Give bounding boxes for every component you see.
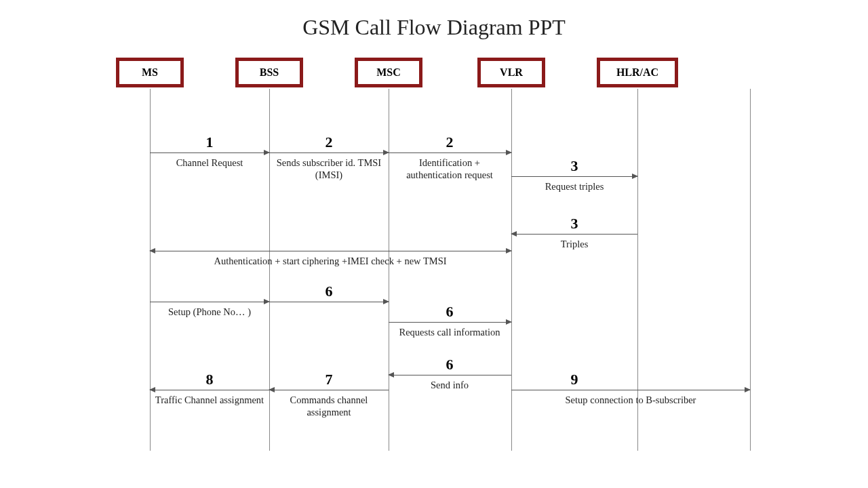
step-number-7: 7 — [326, 371, 333, 388]
arrow-subscriber-id — [269, 152, 389, 153]
step-number-6a: 6 — [326, 283, 333, 300]
sequence-diagram: MS BSS MSC VLR HLR/AC 1 Channel Request … — [0, 58, 868, 478]
lifeline-vlr — [511, 58, 512, 451]
arrow-forward-setup — [269, 302, 389, 302]
label-setup-phone: Setup (Phone No… ) — [152, 306, 267, 318]
arrow-id-auth-request — [389, 152, 511, 153]
actor-vlr: VLR — [477, 58, 545, 87]
step-number-3b: 3 — [571, 215, 578, 232]
step-number-3a: 3 — [571, 157, 578, 175]
step-number-9: 9 — [571, 371, 578, 388]
lifeline-msc — [389, 58, 389, 451]
label-commands-channel: Commands channel assignment — [268, 394, 390, 418]
label-request-call-info: Requests call information — [392, 326, 507, 338]
arrow-auth-ciphering — [150, 251, 511, 251]
label-channel-request: Channel Request — [155, 157, 264, 169]
step-number-8: 8 — [206, 371, 214, 388]
label-traffic-channel: Traffic Channel assignment — [152, 394, 267, 406]
page-title: GSM Call Flow Diagram PPT — [0, 15, 868, 40]
step-number-6c: 6 — [446, 356, 454, 373]
arrow-triples — [511, 234, 637, 235]
arrow-commands-channel — [269, 390, 389, 390]
arrow-request-call-info — [389, 322, 511, 323]
arrow-request-triples — [511, 176, 637, 177]
actor-ms: MS — [116, 58, 184, 87]
label-send-info: Send info — [392, 379, 507, 391]
step-number-1: 1 — [206, 134, 214, 151]
label-subscriber-id: Sends subscriber id. TMSI (IMSI) — [271, 157, 387, 181]
lifeline-hlrac — [637, 58, 638, 451]
label-triples: Triples — [517, 238, 632, 250]
actor-bss: BSS — [235, 58, 303, 87]
arrow-channel-request — [150, 152, 269, 153]
arrow-traffic-channel — [150, 390, 269, 390]
arrow-setup-b-subscriber — [511, 390, 750, 390]
label-setup-b-subscriber: Setup connection to B-subscriber — [519, 394, 743, 406]
label-id-auth-request: Identification + authentication request — [391, 157, 509, 181]
label-request-triples: Request triples — [517, 180, 632, 192]
actor-msc: MSC — [355, 58, 422, 87]
actor-hlrac: HLR/AC — [597, 58, 678, 87]
step-number-2b: 2 — [446, 134, 454, 151]
arrow-setup-phone — [150, 302, 269, 302]
label-auth-ciphering: Authentication + start ciphering +IMEI c… — [154, 255, 507, 267]
arrow-send-info — [389, 375, 511, 375]
step-number-2a: 2 — [326, 134, 333, 151]
step-number-6b: 6 — [446, 303, 454, 321]
